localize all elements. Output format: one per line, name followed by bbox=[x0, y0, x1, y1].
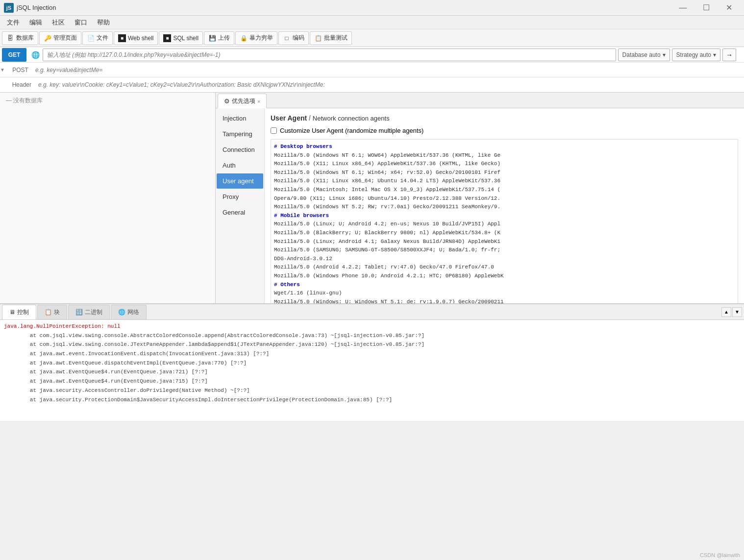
database-dropdown[interactable]: Database auto ▾ bbox=[618, 49, 670, 61]
menu-edit[interactable]: 编辑 bbox=[25, 16, 47, 29]
bottom-tab-chunk-label: 块 bbox=[54, 308, 60, 317]
scroll-down[interactable]: ▼ bbox=[732, 307, 742, 317]
toolbar-admin[interactable]: 🔑 管理页面 bbox=[39, 31, 81, 45]
nav-connection[interactable]: Connection bbox=[217, 142, 263, 157]
toolbar-admin-label: 管理页面 bbox=[53, 34, 77, 42]
options-panel: Injection Tampering Connection Auth User… bbox=[216, 108, 744, 303]
options-tab-label: 优先选项 bbox=[232, 97, 255, 105]
toolbar-bruteforce[interactable]: 🔒 暴力穷举 bbox=[235, 31, 277, 45]
customize-useragent-row: Customize User Agent (randomize multiple… bbox=[271, 127, 738, 134]
menu-help[interactable]: 帮助 bbox=[92, 16, 115, 29]
header-label: Header bbox=[7, 81, 34, 88]
section-title: User Agent / Network connection agents bbox=[271, 114, 738, 122]
bottom-tab-binary[interactable]: 🔢 二进制 bbox=[68, 305, 110, 319]
bottom-tab-console-label: 控制 bbox=[17, 308, 29, 317]
left-sidebar: — 没有数据库 bbox=[0, 93, 216, 303]
nav-general[interactable]: General bbox=[217, 205, 263, 220]
strategy-dropdown[interactable]: Strategy auto ▾ bbox=[672, 49, 720, 61]
customize-useragent-checkbox[interactable] bbox=[271, 127, 277, 134]
url-area: GET 🌐 Database auto ▾ Strategy auto ▾ → … bbox=[0, 47, 744, 93]
toolbar-webshell[interactable]: ■ Web shell bbox=[114, 31, 158, 45]
options-content: User Agent / Network connection agents C… bbox=[265, 108, 744, 303]
toolbar-upload[interactable]: 💾 上传 bbox=[204, 31, 234, 45]
bottom-tab-console[interactable]: 🖥 控制 bbox=[2, 305, 36, 319]
maximize-button[interactable]: ☐ bbox=[695, 1, 717, 15]
no-database-text: — 没有数据库 bbox=[0, 93, 215, 109]
bottom-tab-binary-label: 二进制 bbox=[85, 308, 102, 317]
admin-icon: 🔑 bbox=[44, 34, 51, 42]
bottom-tab-chunk[interactable]: 📋 块 bbox=[37, 305, 67, 319]
nav-useragent[interactable]: User agent bbox=[217, 173, 263, 189]
bruteforce-icon: 🔒 bbox=[240, 34, 248, 42]
toolbar-encode[interactable]: □ 编码 bbox=[278, 31, 309, 45]
toolbar-sqlshell-label: SQL shell bbox=[173, 35, 198, 42]
tab-close-button[interactable]: × bbox=[257, 98, 260, 104]
post-label: POST bbox=[7, 67, 31, 73]
watermark: CSDN @lainwith bbox=[700, 552, 740, 558]
toolbar-bruteforce-label: 暴力穷举 bbox=[249, 34, 273, 42]
customize-useragent-label: Customize User Agent (randomize multiple… bbox=[280, 127, 423, 134]
toolbar-encode-label: 编码 bbox=[293, 34, 304, 42]
network-icon: 🌐 bbox=[118, 309, 125, 316]
bottom-area: 🖥 控制 📋 块 🔢 二进制 🌐 网络 ▲ ▼ java.lang.NullPo… bbox=[0, 303, 744, 421]
scroll-controls: ▲ ▼ bbox=[721, 307, 742, 317]
nav-proxy[interactable]: Proxy bbox=[217, 189, 263, 204]
sqlshell-icon: ■ bbox=[163, 34, 171, 42]
strategy-dropdown-label: Strategy auto bbox=[676, 51, 711, 58]
scroll-up[interactable]: ▲ bbox=[721, 307, 731, 317]
menu-community[interactable]: 社区 bbox=[47, 16, 70, 29]
console-icon: 🖥 bbox=[9, 309, 15, 316]
chunk-icon: 📋 bbox=[45, 309, 52, 316]
url-input[interactable] bbox=[43, 49, 616, 61]
webshell-icon: ■ bbox=[118, 34, 126, 42]
minimize-button[interactable]: — bbox=[672, 1, 694, 15]
user-agent-list[interactable]: # Desktop browsersMozilla/5.0 (Windows N… bbox=[271, 139, 738, 303]
toolbar-sqlshell[interactable]: ■ SQL shell bbox=[159, 31, 203, 45]
menu-bar: 文件 编辑 社区 窗口 帮助 bbox=[0, 16, 744, 29]
toolbar-database[interactable]: 🗄 数据库 bbox=[2, 31, 38, 45]
close-button[interactable]: ✕ bbox=[718, 1, 740, 15]
file-icon: 📄 bbox=[87, 34, 95, 42]
method-button[interactable]: GET bbox=[2, 48, 26, 62]
collapse-icon: ▼ bbox=[0, 67, 5, 73]
menu-file[interactable]: 文件 bbox=[2, 16, 25, 29]
toolbar-upload-label: 上传 bbox=[218, 34, 230, 42]
section-sub-title: Network connection agents bbox=[313, 115, 390, 122]
menu-window[interactable]: 窗口 bbox=[70, 16, 92, 29]
encode-icon: □ bbox=[283, 34, 291, 42]
bottom-tab-network[interactable]: 🌐 网络 bbox=[111, 305, 147, 319]
header-row: Header bbox=[0, 77, 744, 92]
toolbar-batch-label: 批量测试 bbox=[324, 34, 347, 42]
panel-tabbar: ⚙ 优先选项 × bbox=[216, 93, 744, 108]
options-tab[interactable]: ⚙ 优先选项 × bbox=[218, 94, 267, 108]
toolbar-database-label: 数据库 bbox=[16, 34, 34, 42]
window-controls: — ☐ ✕ bbox=[672, 1, 740, 15]
post-input[interactable] bbox=[31, 64, 744, 76]
app-icon: jS bbox=[4, 3, 14, 13]
post-row: ▼ POST bbox=[0, 63, 744, 77]
bottom-tab-network-label: 网络 bbox=[127, 308, 139, 317]
database-icon: 🗄 bbox=[6, 34, 14, 42]
nav-tampering[interactable]: Tampering bbox=[217, 126, 263, 142]
toolbar-batch[interactable]: 📋 批量测试 bbox=[310, 31, 352, 45]
get-row: GET 🌐 Database auto ▾ Strategy auto ▾ → bbox=[0, 47, 744, 63]
binary-icon: 🔢 bbox=[75, 309, 83, 316]
gear-icon: ⚙ bbox=[224, 97, 230, 105]
toolbar-file[interactable]: 📄 文件 bbox=[82, 31, 113, 45]
nav-injection[interactable]: Injection bbox=[217, 111, 263, 126]
go-button[interactable]: → bbox=[722, 49, 736, 61]
nav-auth[interactable]: Auth bbox=[217, 158, 263, 173]
header-input[interactable] bbox=[34, 79, 744, 91]
toolbar-file-label: 文件 bbox=[97, 34, 108, 42]
console-output: java.lang.NullPointerException: null at … bbox=[0, 320, 744, 421]
chevron-down-icon-2: ▾ bbox=[713, 51, 716, 58]
app-title: jSQL Injection bbox=[17, 4, 672, 11]
toolbar: 🗄 数据库 🔑 管理页面 📄 文件 ■ Web shell ■ SQL shel… bbox=[0, 29, 744, 47]
main-content: — 没有数据库 ⚙ 优先选项 × Injection Tampering Con… bbox=[0, 93, 744, 303]
bottom-tabbar: 🖥 控制 📋 块 🔢 二进制 🌐 网络 ▲ ▼ bbox=[0, 304, 744, 320]
section-main-title: User Agent bbox=[271, 114, 307, 122]
globe-icon: 🌐 bbox=[31, 51, 40, 59]
upload-icon: 💾 bbox=[208, 34, 216, 42]
options-nav: Injection Tampering Connection Auth User… bbox=[216, 108, 265, 303]
toolbar-webshell-label: Web shell bbox=[128, 35, 153, 42]
